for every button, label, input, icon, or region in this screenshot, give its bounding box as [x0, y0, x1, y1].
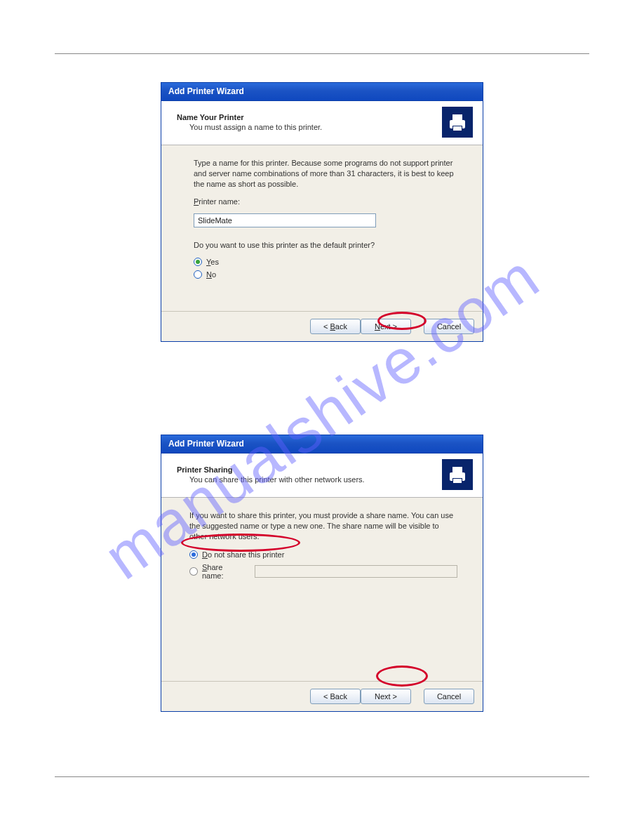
dialog-header: Name Your Printer You must assign a name…	[161, 101, 483, 145]
dialog-name-your-printer: Add Printer Wizard Name Your Printer You…	[161, 82, 483, 342]
radio-yes-label: Yes	[206, 258, 219, 266]
dialog-subheading: You can share this printer with other ne…	[189, 475, 365, 484]
page-rule-bottom	[55, 776, 589, 777]
next-button[interactable]: Next >	[361, 319, 411, 334]
radio-do-not-share-label: Do not share this printer	[202, 550, 284, 559]
share-name-input	[255, 565, 457, 578]
printer-name-input[interactable]	[194, 213, 376, 227]
dialog-body: If you want to share this printer, you m…	[161, 498, 483, 681]
radio-yes[interactable]: Yes	[194, 258, 457, 266]
printer-name-label: Printer name:	[194, 197, 457, 207]
page-rule-top	[55, 53, 589, 54]
printer-icon	[442, 107, 473, 138]
header-text: Printer Sharing You can share this print…	[177, 465, 365, 484]
body-description: Type a name for this printer. Because so…	[194, 158, 457, 190]
header-text: Name Your Printer You must assign a name…	[177, 113, 322, 131]
svg-rect-5	[452, 467, 462, 474]
radio-no-label: No	[206, 270, 216, 279]
next-button[interactable]: Next >	[361, 689, 411, 704]
radio-do-not-share[interactable]: Do not share this printer	[189, 550, 457, 559]
radio-share-name[interactable]: Share name:	[189, 563, 457, 580]
button-bar: < Back Next > Cancel	[161, 681, 483, 711]
back-button[interactable]: < Back	[310, 319, 361, 334]
cancel-button[interactable]: Cancel	[424, 689, 474, 704]
svg-rect-1	[452, 114, 462, 121]
radio-icon	[194, 258, 202, 266]
dialog-body: Type a name for this printer. Because so…	[161, 145, 483, 311]
dialog-heading: Name Your Printer	[177, 113, 322, 121]
dialog-printer-sharing: Add Printer Wizard Printer Sharing You c…	[161, 435, 483, 712]
radio-no[interactable]: No	[194, 270, 457, 279]
titlebar: Add Printer Wizard	[161, 435, 483, 454]
radio-icon	[189, 567, 198, 576]
printer-icon	[442, 459, 473, 490]
radio-icon	[194, 270, 202, 279]
dialog-header: Printer Sharing You can share this print…	[161, 454, 483, 498]
svg-rect-3	[453, 126, 462, 131]
body-description: If you want to share this printer, you m…	[189, 510, 457, 542]
button-bar: < Back Next > Cancel	[161, 311, 483, 341]
dialog-subheading: You must assign a name to this printer.	[189, 123, 322, 131]
default-printer-question: Do you want to use this printer as the d…	[194, 240, 457, 251]
radio-icon	[189, 550, 198, 559]
svg-rect-7	[453, 479, 462, 483]
cancel-button[interactable]: Cancel	[424, 319, 474, 334]
radio-share-name-label: Share name:	[202, 563, 246, 580]
titlebar: Add Printer Wizard	[161, 83, 483, 101]
back-button[interactable]: < Back	[310, 689, 361, 704]
dialog-heading: Printer Sharing	[177, 465, 365, 474]
